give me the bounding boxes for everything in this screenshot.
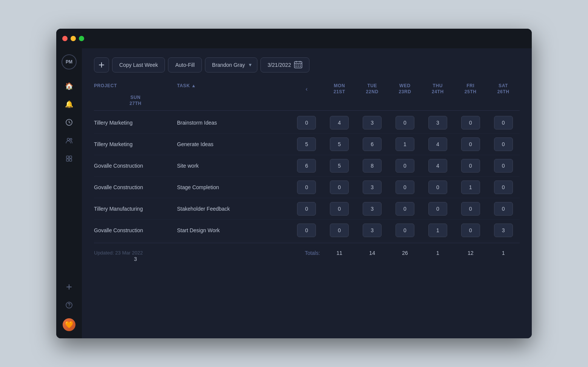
sidebar-item-avatar[interactable]: 🧡 xyxy=(62,317,77,332)
maximize-button[interactable] xyxy=(79,36,84,41)
day-header-5: Sat26th xyxy=(487,83,520,95)
hour-input-r1-d5[interactable]: 0 xyxy=(461,137,480,151)
day-header-6: Sun27th xyxy=(94,95,177,106)
hour-input-r5-d3[interactable]: 0 xyxy=(396,224,414,237)
hour-input-r0-d5[interactable]: 0 xyxy=(461,116,480,130)
user-name-label: Brandon Gray xyxy=(212,62,245,68)
hour-input-r3-d2[interactable]: 3 xyxy=(363,180,382,194)
add-entry-button[interactable] xyxy=(94,57,109,72)
hour-input-r5-d2[interactable]: 3 xyxy=(363,224,382,237)
task-column-header: TASK ▲ xyxy=(177,83,275,95)
total-value-6: 3 xyxy=(94,256,177,262)
app-body: PM 🏠 🔔 xyxy=(56,48,532,338)
prev-week-button[interactable]: ‹ xyxy=(290,83,323,95)
toolbar: Copy Last Week Auto-Fill Brandon Gray ▼ … xyxy=(94,57,520,72)
sidebar-item-home[interactable]: 🏠 xyxy=(62,79,77,94)
user-selector[interactable]: Brandon Gray ▼ xyxy=(205,57,257,72)
sidebar-item-notifications[interactable]: 🔔 xyxy=(62,97,77,112)
table-body: Tillery MarketingBrainstorm Ideas0430300… xyxy=(94,112,520,241)
svg-rect-13 xyxy=(296,66,297,67)
calendar-icon xyxy=(294,61,302,69)
hour-input-r5-d6[interactable]: 3 xyxy=(494,224,513,237)
project-cell-4: Tillery Manufacturing xyxy=(94,206,177,212)
close-button[interactable] xyxy=(62,36,68,41)
svg-point-1 xyxy=(67,138,69,140)
date-picker[interactable]: 3/21/2022 xyxy=(260,57,309,72)
day-header-0: Mon21st xyxy=(323,83,356,95)
day-header-4: Fri25th xyxy=(454,83,487,95)
hour-input-r3-d6[interactable]: 0 xyxy=(494,180,513,194)
svg-rect-3 xyxy=(66,156,69,158)
hour-input-r4-d2[interactable]: 3 xyxy=(363,202,382,216)
hour-input-r2-d0[interactable]: 6 xyxy=(297,159,316,173)
hour-input-r3-d0[interactable]: 0 xyxy=(297,180,316,194)
main-content: Copy Last Week Auto-Fill Brandon Gray ▼ … xyxy=(82,48,532,338)
hour-input-r4-d5[interactable]: 0 xyxy=(461,202,480,216)
copy-last-week-button[interactable]: Copy Last Week xyxy=(112,57,165,72)
day-header-1: Tue22nd xyxy=(356,83,389,95)
task-cell-5: Start Design Work xyxy=(177,227,275,233)
table-header: PROJECT TASK ▲ ‹Mon21stTue22ndWed23rdThu… xyxy=(94,83,520,111)
svg-rect-15 xyxy=(300,66,301,67)
hour-input-r0-d1[interactable]: 4 xyxy=(330,116,349,130)
table-row: Tillery ManufacturingStakeholder Feedbac… xyxy=(94,198,520,220)
date-value-label: 3/21/2022 xyxy=(268,62,291,68)
hour-input-r3-d4[interactable]: 0 xyxy=(428,180,447,194)
sidebar-item-team[interactable] xyxy=(62,133,77,148)
hour-input-r1-d4[interactable]: 4 xyxy=(428,137,447,151)
hour-input-r1-d3[interactable]: 1 xyxy=(396,137,414,151)
app-window: PM 🏠 🔔 xyxy=(56,29,532,338)
hour-input-r3-d3[interactable]: 0 xyxy=(396,180,414,194)
hour-input-r0-d2[interactable]: 3 xyxy=(363,116,382,130)
task-cell-0: Brainstorm Ideas xyxy=(177,120,275,126)
titlebar xyxy=(56,29,532,48)
traffic-lights xyxy=(62,36,84,41)
day-header-2: Wed23rd xyxy=(389,83,422,95)
hour-input-r2-d3[interactable]: 0 xyxy=(396,159,414,173)
table-row: Govalle ConstructionSite work6580400 xyxy=(94,155,520,177)
svg-point-2 xyxy=(70,139,72,140)
hour-input-r1-d1[interactable]: 5 xyxy=(330,137,349,151)
hour-input-r5-d5[interactable]: 0 xyxy=(461,224,480,237)
hour-input-r5-d1[interactable]: 0 xyxy=(330,224,349,237)
hour-input-r0-d3[interactable]: 0 xyxy=(396,116,414,130)
hour-input-r0-d0[interactable]: 0 xyxy=(297,116,316,130)
hour-input-r4-d1[interactable]: 0 xyxy=(330,202,349,216)
task-cell-4: Stakeholder Feedback xyxy=(177,206,275,212)
task-cell-1: Generate Ideas xyxy=(177,141,275,147)
total-value-3: 1 xyxy=(421,250,454,256)
sidebar-item-projects[interactable] xyxy=(62,151,77,166)
hour-input-r1-d2[interactable]: 6 xyxy=(363,137,382,151)
hour-input-r5-d4[interactable]: 1 xyxy=(428,224,447,237)
minimize-button[interactable] xyxy=(71,36,76,41)
hour-input-r3-d1[interactable]: 0 xyxy=(330,180,349,194)
hour-input-r2-d4[interactable]: 4 xyxy=(428,159,447,173)
hour-input-r2-d6[interactable]: 0 xyxy=(494,159,513,173)
hour-input-r4-d0[interactable]: 0 xyxy=(297,202,316,216)
svg-rect-6 xyxy=(69,159,72,161)
total-value-2: 26 xyxy=(389,250,422,256)
hour-input-r4-d6[interactable]: 0 xyxy=(494,202,513,216)
hour-input-r1-d0[interactable]: 5 xyxy=(297,137,316,151)
hour-input-r2-d2[interactable]: 8 xyxy=(363,159,382,173)
svg-rect-10 xyxy=(296,65,297,65)
hour-input-r4-d4[interactable]: 0 xyxy=(428,202,447,216)
hour-input-r0-d6[interactable]: 0 xyxy=(494,116,513,130)
sidebar-item-time[interactable] xyxy=(62,115,77,130)
hour-input-r2-d5[interactable]: 0 xyxy=(461,159,480,173)
updated-timestamp: Updated: 23 Mar 2022 xyxy=(94,250,177,256)
chevron-down-icon: ▼ xyxy=(248,62,252,68)
hour-input-r0-d4[interactable]: 3 xyxy=(428,116,447,130)
svg-rect-5 xyxy=(66,159,69,161)
hour-input-r4-d3[interactable]: 0 xyxy=(396,202,414,216)
svg-rect-11 xyxy=(298,65,299,65)
project-cell-1: Tillery Marketing xyxy=(94,141,177,147)
hour-input-r3-d5[interactable]: 1 xyxy=(461,180,480,194)
hour-input-r5-d0[interactable]: 0 xyxy=(297,224,316,237)
hour-input-r2-d1[interactable]: 5 xyxy=(330,159,349,173)
hour-input-r1-d6[interactable]: 0 xyxy=(494,137,513,151)
sidebar-item-add[interactable] xyxy=(62,279,77,295)
auto-fill-button[interactable]: Auto-Fill xyxy=(168,57,202,72)
totals-row: Updated: 23 Mar 2022 Totals:11142611213 xyxy=(94,243,520,265)
sidebar-item-help[interactable] xyxy=(62,298,77,313)
